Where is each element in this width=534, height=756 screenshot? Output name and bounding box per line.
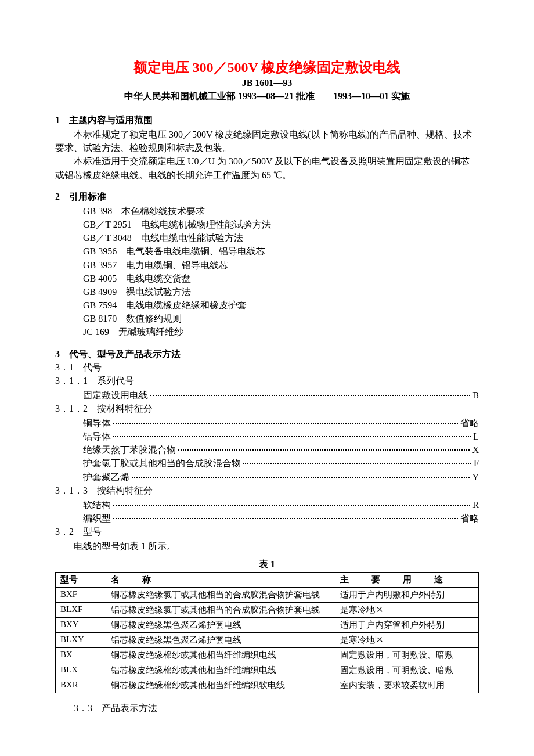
cell-model: BX [56, 648, 106, 663]
cell-model: BLX [56, 663, 106, 678]
table-row: BXR 铜芯橡皮绝缘棉纱或其他相当纤维编织软电线 室内安装，要求较柔软时用 [56, 678, 479, 693]
cell-name: 铝芯橡皮绝缘黑色聚乙烯护套电线 [106, 633, 335, 648]
cell-model: BXF [56, 588, 106, 603]
cell-use: 固定敷设用，可明敷设、暗敷 [335, 648, 479, 663]
cell-name: 铜芯橡皮绝缘氯丁或其他相当的合成胶混合物护套电线 [106, 588, 335, 603]
doc-title: 额定电压 300／500V 橡皮绝缘固定敷设电线 [55, 58, 479, 77]
ref-item: GB 4005 电线电缆交货盘 [83, 272, 479, 285]
leader-dots [178, 449, 470, 451]
code-label: 护套氯丁胶或其他相当的合成胶混合物 [83, 456, 241, 470]
ref-item: GB／T 2951 电线电缆机械物理性能试验方法 [83, 218, 479, 231]
cell-model: BLXF [56, 603, 106, 618]
ref-item: GB 7594 电线电缆橡皮绝缘和橡皮护套 [83, 298, 479, 312]
code-value: Y [472, 470, 479, 484]
leader-dots [150, 395, 470, 396]
table-row: BLXF 铝芯橡皮绝缘氯丁或其他相当的合成胶混合物护套电线 是寒冷地区 [56, 603, 479, 618]
sec3-1-1: 3．1．1 系列代号 [55, 375, 479, 387]
cell-name: 铜芯橡皮绝缘棉纱或其他相当纤维编织软电线 [106, 678, 335, 693]
leader-dots [132, 477, 470, 478]
code-label: 铜导体 [83, 416, 111, 430]
cell-name: 铝芯橡皮绝缘氯丁或其他相当的合成胶混合物护套电线 [106, 603, 335, 618]
ref-item: GB 398 本色棉纱线技术要求 [83, 204, 479, 218]
code-row: 铝导体 L [55, 430, 479, 443]
code-value: F [474, 456, 479, 470]
code-value: L [473, 430, 479, 443]
leader-dots [113, 518, 458, 519]
table-row: BXF 铜芯橡皮绝缘氯丁或其他相当的合成胶混合物护套电线 适用于户内明敷和户外特… [56, 588, 479, 603]
sec2-heading: 2 引用标准 [55, 191, 479, 203]
ref-item: GB 3957 电力电缆铜、铝导电线芯 [83, 258, 479, 272]
code-value: 省略 [460, 512, 479, 525]
th-model: 型号 [56, 573, 106, 588]
table-1: 型号 名 称 主 要 用 途 BXF 铜芯橡皮绝缘氯丁或其他相当的合成胶混合物护… [55, 572, 479, 693]
code-label: 软结构 [83, 498, 111, 512]
sec3-1: 3．1 代号 [55, 362, 479, 374]
cell-use: 适用于户内穿管和户外特别 [335, 618, 479, 633]
ref-item: JC 169 无碱玻璃纤维纱 [83, 325, 479, 339]
sec3-1-3: 3．1．3 按结构特征分 [55, 485, 479, 497]
code-value: 省略 [460, 416, 479, 430]
code-value: B [472, 388, 479, 402]
cell-use: 适用于户内明敷和户外特别 [335, 588, 479, 603]
cell-name: 铝芯橡皮绝缘棉纱或其他相当纤维编织电线 [106, 663, 335, 678]
table-row: BLXY 铝芯橡皮绝缘黑色聚乙烯护套电线 是寒冷地区 [56, 633, 479, 648]
reference-list: GB 398 本色棉纱线技术要求 GB／T 2951 电线电缆机械物理性能试验方… [55, 204, 479, 339]
table-row: BXY 铜芯橡皮绝缘黑色聚乙烯护套电线 适用于户内穿管和户外特别 [56, 618, 479, 633]
table-row: BX 铜芯橡皮绝缘棉纱或其他相当纤维编织电线 固定敷设用，可明敷设、暗敷 [56, 648, 479, 663]
leader-dots [113, 423, 458, 424]
cell-model: BLXY [56, 633, 106, 648]
code-row: 软结构 R [55, 498, 479, 512]
code-row: 护套聚乙烯 Y [55, 470, 479, 484]
ref-item: GB 8170 数值修约规则 [83, 312, 479, 325]
sec3-1-2: 3．1．2 按材料特征分 [55, 403, 479, 415]
ref-item: GB 4909 裸电线试验方法 [83, 285, 479, 298]
sec3-heading: 3 代号、型号及产品表示方法 [55, 348, 479, 361]
th-use: 主 要 用 途 [335, 573, 479, 588]
cell-model: BXR [56, 678, 106, 693]
cell-name: 铜芯橡皮绝缘棉纱或其他相当纤维编织电线 [106, 648, 335, 663]
table1-caption: 表 1 [55, 559, 479, 571]
cell-use: 室内安装，要求较柔软时用 [335, 678, 479, 693]
leader-dots [243, 463, 471, 464]
cell-use: 是寒冷地区 [335, 603, 479, 618]
sec3-2-p: 电线的型号如表 1 所示。 [55, 539, 479, 553]
cell-use: 固定敷设用，可明敷设、暗敷 [335, 663, 479, 678]
code-label: 绝缘天然丁苯胶混合物 [83, 443, 176, 456]
approval-line: 中华人民共和国机械工业部 1993—08—21 批准 1993—10—01 实施 [55, 91, 479, 103]
sec3-2: 3．2 型号 [55, 526, 479, 538]
cell-model: BXY [56, 618, 106, 633]
th-name: 名 称 [106, 573, 335, 588]
code-label: 护套聚乙烯 [83, 470, 129, 484]
code-row: 编织型 省略 [55, 512, 479, 525]
table-header-row: 型号 名 称 主 要 用 途 [56, 573, 479, 588]
cell-use: 是寒冷地区 [335, 633, 479, 648]
ref-item: GB 3956 电气装备电线电缆铜、铝导电线芯 [83, 244, 479, 258]
code-label: 固定敷设用电线 [83, 388, 148, 402]
table-row: BLX 铝芯橡皮绝缘棉纱或其他相当纤维编织电线 固定敷设用，可明敷设、暗敷 [56, 663, 479, 678]
code-value: X [472, 443, 479, 456]
code-row: 固定敷设用电线 B [55, 388, 479, 402]
cell-name: 铜芯橡皮绝缘黑色聚乙烯护套电线 [106, 618, 335, 633]
sec1-heading: 1 主题内容与适用范围 [55, 114, 479, 127]
standard-number: JB 1601—93 [55, 78, 479, 88]
code-row: 护套氯丁胶或其他相当的合成胶混合物 F [55, 456, 479, 470]
code-label: 编织型 [83, 512, 111, 525]
code-row: 绝缘天然丁苯胶混合物 X [55, 443, 479, 456]
leader-dots [113, 436, 471, 437]
code-label: 铝导体 [83, 430, 111, 443]
code-value: R [472, 498, 479, 512]
sec1-p1: 本标准规定了额定电压 300／500V 橡皮绝缘固定敷设电线(以下简称电线)的产… [55, 128, 479, 154]
sec3-3: 3．3 产品表示方法 [55, 703, 479, 715]
leader-dots [113, 505, 470, 506]
ref-item: GB／T 3048 电线电缆电性能试验方法 [83, 231, 479, 244]
document-page: 额定电压 300／500V 橡皮绝缘固定敷设电线 JB 1601—93 中华人民… [0, 0, 534, 756]
code-row: 铜导体 省略 [55, 416, 479, 430]
sec1-p2: 本标准适用于交流额定电压 U0／U 为 300／500V 及以下的电气设备及照明… [55, 154, 479, 181]
